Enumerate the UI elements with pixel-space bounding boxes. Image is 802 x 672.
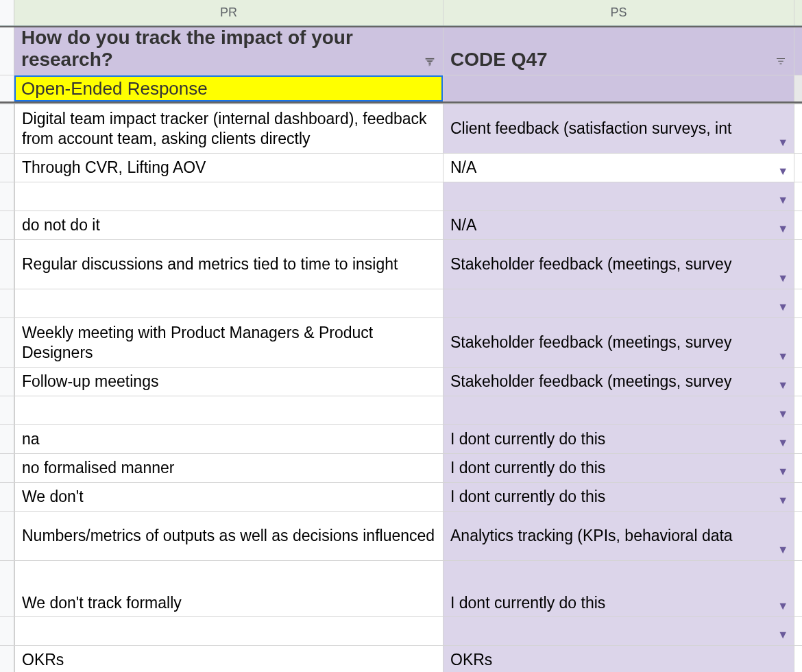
dropdown-arrow-icon[interactable]: ▼	[777, 223, 788, 235]
row-number-gutter	[0, 646, 14, 672]
dropdown-arrow-icon[interactable]: ▼	[777, 494, 788, 507]
tail-cell[interactable]: I	[794, 289, 802, 317]
pr-cell[interactable]: We don't track formally	[14, 561, 443, 616]
pr-cell[interactable]: OKRs	[14, 646, 443, 672]
column-header-tail[interactable]	[794, 0, 802, 25]
pr-cell[interactable]	[14, 289, 443, 317]
ps-cell-text: OKRs	[450, 651, 492, 669]
pr-cell[interactable]: Weekly meeting with Product Managers & P…	[14, 318, 443, 367]
data-rows: Digital team impact tracker (internal da…	[0, 104, 802, 672]
ps-cell-text: Stakeholder feedback (meetings, survey	[450, 333, 731, 352]
subheader-pr-cell[interactable]: Open-Ended Response	[14, 75, 443, 101]
pr-cell[interactable]: Follow-up meetings	[14, 368, 443, 396]
pr-cell[interactable]: Through CVR, Lifting AOV	[14, 154, 443, 182]
subheader-tail-cell[interactable]: I	[794, 75, 802, 101]
tail-cell[interactable]	[794, 483, 802, 511]
dropdown-arrow-icon[interactable]: ▼	[777, 466, 788, 478]
tail-cell[interactable]	[794, 318, 802, 367]
pr-cell[interactable]: no formalised manner	[14, 454, 443, 482]
question-header-pr[interactable]: How do you track the impact of your rese…	[14, 27, 443, 75]
tail-cell[interactable]	[794, 368, 802, 396]
tail-cell[interactable]	[794, 104, 802, 153]
table-row: Weekly meeting with Product Managers & P…	[0, 318, 802, 368]
column-header-row: PR PS	[0, 0, 802, 26]
ps-cell[interactable]: Stakeholder feedback (meetings, survey▼	[443, 240, 794, 289]
ps-cell[interactable]: I dont currently do this▼	[443, 483, 794, 511]
tail-cell[interactable]	[794, 646, 802, 672]
dropdown-arrow-icon[interactable]: ▼	[777, 272, 788, 285]
ps-cell[interactable]: Stakeholder feedback (meetings, survey▼	[443, 368, 794, 396]
dropdown-arrow-icon[interactable]: ▼	[777, 629, 788, 641]
dropdown-arrow-icon[interactable]: ▼	[777, 379, 788, 392]
ps-cell[interactable]: ▼	[443, 617, 794, 645]
pr-cell[interactable]: Digital team impact tracker (internal da…	[14, 104, 443, 153]
table-row: Through CVR, Lifting AOVN/A▼	[0, 154, 802, 182]
filter-icon[interactable]	[775, 56, 787, 68]
tail-cell[interactable]	[794, 512, 802, 560]
ps-cell[interactable]: N/A▼	[443, 154, 794, 182]
row-number-gutter	[0, 211, 14, 239]
question-header-ps[interactable]: CODE Q47	[443, 27, 794, 75]
ps-cell[interactable]: OKRs	[443, 646, 794, 672]
ps-cell-text: Client feedback (satisfaction surveys, i…	[450, 119, 731, 138]
table-row: ▼	[0, 396, 802, 425]
ps-cell-text: Analytics tracking (KPIs, behavioral dat…	[450, 527, 733, 545]
spreadsheet: PR PS How do you track the impact of you…	[0, 0, 802, 672]
dropdown-arrow-icon[interactable]: ▼	[777, 194, 788, 206]
ps-cell[interactable]: ▼	[443, 182, 794, 211]
tail-cell[interactable]	[794, 425, 802, 453]
dropdown-arrow-icon[interactable]: ▼	[777, 350, 788, 363]
filter-icon[interactable]	[424, 56, 436, 68]
ps-cell[interactable]: I dont currently do this▼	[443, 454, 794, 482]
ps-cell-text: N/A	[450, 158, 476, 177]
tail-cell[interactable]	[794, 617, 802, 645]
ps-cell[interactable]: N/A▼	[443, 211, 794, 239]
ps-cell[interactable]: Client feedback (satisfaction surveys, i…	[443, 104, 794, 153]
row-number-gutter	[0, 483, 14, 511]
pr-cell[interactable]: Numbers/metrics of outputs as well as de…	[14, 512, 443, 560]
tail-cell[interactable]	[794, 154, 802, 182]
ps-cell[interactable]: ▼	[443, 289, 794, 317]
pr-cell[interactable]: na	[14, 425, 443, 453]
ps-cell[interactable]: Stakeholder feedback (meetings, survey▼	[443, 318, 794, 367]
question-header-row: How do you track the impact of your rese…	[0, 26, 802, 75]
pr-cell[interactable]: do not do it	[14, 211, 443, 239]
table-row: naI dont currently do this▼	[0, 425, 802, 454]
tail-cell[interactable]	[794, 182, 802, 211]
tail-cell[interactable]	[794, 454, 802, 482]
pr-cell[interactable]	[14, 396, 443, 424]
row-number-gutter	[0, 617, 14, 645]
column-header-ps[interactable]: PS	[443, 0, 794, 25]
question-header-tail[interactable]: H	[794, 27, 802, 75]
tail-cell[interactable]	[794, 211, 802, 239]
ps-cell[interactable]: I dont currently do this▼	[443, 425, 794, 453]
tail-cell[interactable]	[794, 561, 802, 616]
ps-cell[interactable]: Analytics tracking (KPIs, behavioral dat…	[443, 512, 794, 560]
ps-cell[interactable]: I dont currently do this▼	[443, 561, 794, 616]
dropdown-arrow-icon[interactable]: ▼	[777, 600, 788, 612]
row-number-gutter	[0, 425, 14, 453]
tail-cell[interactable]	[794, 240, 802, 289]
tail-cell[interactable]	[794, 396, 802, 424]
table-row: do not do itN/A▼	[0, 211, 802, 240]
dropdown-arrow-icon[interactable]: ▼	[777, 165, 788, 178]
pr-cell[interactable]: We don't	[14, 483, 443, 511]
table-row: ▼I	[0, 289, 802, 318]
subheader-ps-cell[interactable]	[443, 75, 794, 101]
dropdown-arrow-icon[interactable]: ▼	[777, 136, 788, 149]
row-number-gutter	[0, 289, 14, 317]
question-header-pr-text: How do you track the impact of your rese…	[21, 27, 436, 71]
pr-cell[interactable]: Regular discussions and metrics tied to …	[14, 240, 443, 289]
table-row: We don'tI dont currently do this▼	[0, 483, 802, 512]
dropdown-arrow-icon[interactable]: ▼	[777, 301, 788, 313]
pr-cell[interactable]	[14, 182, 443, 211]
ps-cell-text: I dont currently do this	[450, 459, 605, 477]
ps-cell[interactable]: ▼	[443, 396, 794, 424]
row-number-gutter	[0, 0, 14, 25]
row-number-gutter	[0, 368, 14, 396]
pr-cell[interactable]	[14, 617, 443, 645]
dropdown-arrow-icon[interactable]: ▼	[777, 544, 788, 556]
dropdown-arrow-icon[interactable]: ▼	[777, 437, 788, 449]
column-header-pr[interactable]: PR	[14, 0, 443, 25]
dropdown-arrow-icon[interactable]: ▼	[777, 408, 788, 420]
